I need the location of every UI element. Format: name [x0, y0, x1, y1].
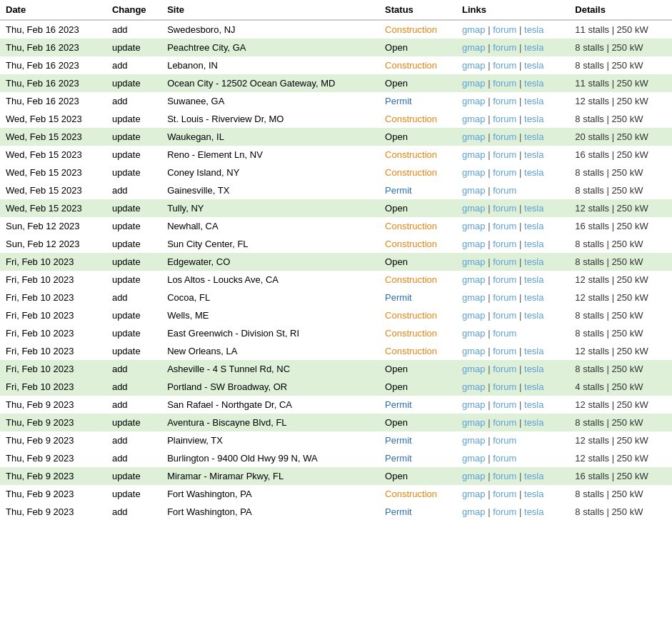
link-tesla[interactable]: tesla	[524, 167, 543, 178]
link-forum[interactable]: forum	[493, 471, 516, 481]
link-gmap[interactable]: gmap	[462, 453, 486, 464]
link-gmap[interactable]: gmap	[462, 239, 486, 249]
link-tesla[interactable]: tesla	[524, 471, 543, 481]
link-forum[interactable]: forum	[493, 42, 516, 53]
link-forum[interactable]: forum	[493, 167, 516, 178]
link-gmap[interactable]: gmap	[462, 364, 486, 374]
link-gmap[interactable]: gmap	[462, 256, 486, 267]
link-tesla[interactable]: tesla	[524, 417, 543, 428]
table-row: Thu, Feb 16 2023addSwedesboro, NJConstru…	[0, 20, 672, 39]
cell-date: Thu, Feb 9 2023	[0, 414, 106, 431]
link-forum[interactable]: forum	[493, 399, 516, 410]
link-forum[interactable]: forum	[493, 417, 516, 428]
link-tesla[interactable]: tesla	[524, 114, 543, 124]
link-gmap[interactable]: gmap	[462, 310, 486, 321]
link-tesla[interactable]: tesla	[524, 239, 543, 249]
link-gmap[interactable]: gmap	[462, 24, 486, 35]
link-gmap[interactable]: gmap	[462, 506, 486, 517]
link-forum[interactable]: forum	[493, 256, 516, 267]
link-forum[interactable]: forum	[493, 274, 516, 285]
link-gmap[interactable]: gmap	[462, 221, 486, 231]
link-tesla[interactable]: tesla	[524, 489, 543, 499]
link-tesla[interactable]: tesla	[524, 256, 543, 267]
link-forum[interactable]: forum	[493, 185, 516, 196]
link-tesla[interactable]: tesla	[524, 381, 543, 392]
link-tesla[interactable]: tesla	[524, 346, 543, 356]
link-forum[interactable]: forum	[493, 149, 516, 160]
link-gmap[interactable]: gmap	[462, 42, 486, 53]
link-tesla[interactable]: tesla	[524, 149, 543, 160]
link-forum[interactable]: forum	[493, 60, 516, 71]
link-separator: |	[486, 346, 493, 356]
link-forum[interactable]: forum	[493, 310, 516, 321]
link-tesla[interactable]: tesla	[524, 221, 543, 231]
link-gmap[interactable]: gmap	[462, 435, 486, 446]
link-forum[interactable]: forum	[493, 364, 516, 374]
link-tesla[interactable]: tesla	[524, 292, 543, 303]
link-forum[interactable]: forum	[493, 24, 516, 35]
table-row: Fri, Feb 10 2023addAsheville - 4 S Tunne…	[0, 360, 672, 378]
link-tesla[interactable]: tesla	[524, 96, 543, 106]
link-forum[interactable]: forum	[493, 506, 516, 517]
table-row: Thu, Feb 16 2023updateOcean City - 12502…	[0, 74, 672, 92]
link-forum[interactable]: forum	[493, 131, 516, 142]
link-tesla[interactable]: tesla	[524, 506, 543, 517]
link-gmap[interactable]: gmap	[462, 489, 486, 499]
link-tesla[interactable]: tesla	[524, 399, 543, 410]
link-gmap[interactable]: gmap	[462, 328, 486, 339]
link-tesla[interactable]: tesla	[524, 203, 543, 214]
cell-links: gmap | forum | tesla	[456, 146, 569, 164]
link-gmap[interactable]: gmap	[462, 167, 486, 178]
link-separator: |	[486, 292, 493, 303]
link-forum[interactable]: forum	[493, 203, 516, 214]
link-gmap[interactable]: gmap	[462, 78, 486, 89]
link-gmap[interactable]: gmap	[462, 149, 486, 160]
link-forum[interactable]: forum	[493, 453, 516, 464]
link-forum[interactable]: forum	[493, 221, 516, 231]
status-badge: Open	[385, 78, 408, 89]
link-gmap[interactable]: gmap	[462, 346, 486, 356]
cell-details: 8 stalls | 250 kW	[569, 181, 672, 199]
link-gmap[interactable]: gmap	[462, 417, 486, 428]
link-tesla[interactable]: tesla	[524, 274, 543, 285]
status-badge: Construction	[385, 24, 437, 35]
link-separator: |	[486, 435, 493, 446]
link-gmap[interactable]: gmap	[462, 185, 486, 196]
link-tesla[interactable]: tesla	[524, 60, 543, 71]
link-tesla[interactable]: tesla	[524, 364, 543, 374]
link-gmap[interactable]: gmap	[462, 96, 486, 106]
link-separator: |	[486, 417, 493, 428]
link-tesla[interactable]: tesla	[524, 42, 543, 53]
link-gmap[interactable]: gmap	[462, 203, 486, 214]
link-forum[interactable]: forum	[493, 114, 516, 124]
link-forum[interactable]: forum	[493, 96, 516, 106]
link-separator: |	[486, 239, 493, 249]
link-tesla[interactable]: tesla	[524, 24, 543, 35]
link-separator: |	[486, 185, 493, 196]
link-gmap[interactable]: gmap	[462, 292, 486, 303]
link-forum[interactable]: forum	[493, 292, 516, 303]
link-gmap[interactable]: gmap	[462, 131, 486, 142]
link-forum[interactable]: forum	[493, 239, 516, 249]
cell-site: Gainesville, TX	[161, 181, 379, 199]
link-gmap[interactable]: gmap	[462, 114, 486, 124]
link-forum[interactable]: forum	[493, 78, 516, 89]
link-separator: |	[516, 60, 524, 71]
link-gmap[interactable]: gmap	[462, 471, 486, 481]
link-gmap[interactable]: gmap	[462, 60, 486, 71]
table-row: Wed, Feb 15 2023updateWaukegan, ILOpengm…	[0, 128, 672, 146]
link-tesla[interactable]: tesla	[524, 310, 543, 321]
link-forum[interactable]: forum	[493, 435, 516, 446]
link-forum[interactable]: forum	[493, 489, 516, 499]
cell-date: Wed, Feb 15 2023	[0, 110, 106, 128]
link-tesla[interactable]: tesla	[524, 78, 543, 89]
cell-site: Wells, ME	[161, 306, 379, 324]
link-tesla[interactable]: tesla	[524, 131, 543, 142]
link-gmap[interactable]: gmap	[462, 274, 486, 285]
cell-status: Construction	[379, 342, 456, 360]
link-gmap[interactable]: gmap	[462, 399, 486, 410]
link-forum[interactable]: forum	[493, 328, 516, 339]
link-forum[interactable]: forum	[493, 346, 516, 356]
link-gmap[interactable]: gmap	[462, 381, 486, 392]
link-forum[interactable]: forum	[493, 381, 516, 392]
